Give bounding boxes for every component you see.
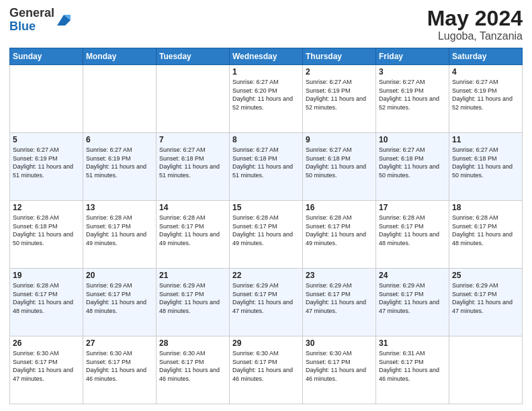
- calendar-cell: 7Sunrise: 6:27 AM Sunset: 6:18 PM Daylig…: [157, 133, 230, 201]
- calendar-cell: 25Sunrise: 6:29 AM Sunset: 6:17 PM Dayli…: [449, 269, 523, 336]
- day-number: 20: [86, 271, 153, 280]
- weekday-header-friday: Friday: [376, 48, 449, 65]
- day-info: Sunrise: 6:27 AM Sunset: 6:18 PM Dayligh…: [306, 146, 373, 179]
- calendar-cell: 20Sunrise: 6:29 AM Sunset: 6:17 PM Dayli…: [83, 269, 157, 336]
- calendar-cell: 10Sunrise: 6:27 AM Sunset: 6:18 PM Dayli…: [376, 133, 449, 201]
- day-info: Sunrise: 6:27 AM Sunset: 6:18 PM Dayligh…: [159, 146, 226, 179]
- calendar-cell: 11Sunrise: 6:27 AM Sunset: 6:18 PM Dayli…: [449, 133, 523, 201]
- day-number: 29: [232, 338, 300, 348]
- day-info: Sunrise: 6:27 AM Sunset: 6:19 PM Dayligh…: [452, 78, 519, 111]
- day-info: Sunrise: 6:29 AM Sunset: 6:17 PM Dayligh…: [232, 281, 300, 315]
- calendar-cell: 6Sunrise: 6:27 AM Sunset: 6:19 PM Daylig…: [83, 133, 157, 201]
- day-info: Sunrise: 6:27 AM Sunset: 6:18 PM Dayligh…: [379, 146, 446, 179]
- day-number: 1: [232, 67, 300, 77]
- day-number: 17: [379, 203, 446, 212]
- calendar-body: 1Sunrise: 6:27 AM Sunset: 6:20 PM Daylig…: [10, 65, 523, 404]
- day-info: Sunrise: 6:28 AM Sunset: 6:17 PM Dayligh…: [306, 214, 373, 247]
- weekday-header-sunday: Sunday: [10, 48, 83, 65]
- day-info: Sunrise: 6:30 AM Sunset: 6:17 PM Dayligh…: [13, 349, 80, 383]
- day-info: Sunrise: 6:29 AM Sunset: 6:17 PM Dayligh…: [159, 281, 226, 315]
- day-number: 21: [159, 271, 226, 280]
- calendar-cell: 15Sunrise: 6:28 AM Sunset: 6:17 PM Dayli…: [230, 201, 303, 269]
- day-number: 6: [86, 135, 153, 144]
- calendar-cell: 28Sunrise: 6:30 AM Sunset: 6:17 PM Dayli…: [157, 336, 230, 404]
- weekday-header-wednesday: Wednesday: [230, 48, 303, 65]
- calendar-cell: 4Sunrise: 6:27 AM Sunset: 6:19 PM Daylig…: [449, 65, 523, 133]
- title-area: May 2024 Lugoba, Tanzania: [427, 7, 523, 42]
- day-info: Sunrise: 6:28 AM Sunset: 6:18 PM Dayligh…: [13, 214, 80, 247]
- day-info: Sunrise: 6:29 AM Sunset: 6:17 PM Dayligh…: [452, 281, 519, 315]
- day-info: Sunrise: 6:29 AM Sunset: 6:17 PM Dayligh…: [86, 281, 153, 315]
- calendar-cell: 19Sunrise: 6:28 AM Sunset: 6:17 PM Dayli…: [10, 269, 83, 336]
- calendar-week-row: 26Sunrise: 6:30 AM Sunset: 6:17 PM Dayli…: [10, 336, 523, 404]
- calendar-week-row: 19Sunrise: 6:28 AM Sunset: 6:17 PM Dayli…: [10, 269, 523, 336]
- calendar-cell: 3Sunrise: 6:27 AM Sunset: 6:19 PM Daylig…: [376, 65, 449, 133]
- day-info: Sunrise: 6:30 AM Sunset: 6:17 PM Dayligh…: [159, 349, 226, 383]
- logo-icon: [56, 13, 72, 27]
- calendar-week-row: 1Sunrise: 6:27 AM Sunset: 6:20 PM Daylig…: [10, 65, 523, 133]
- logo-general: General: [9, 7, 54, 20]
- day-number: 31: [379, 338, 446, 348]
- header: General Blue May 2024 Lugoba, Tanzania: [9, 7, 523, 42]
- calendar-cell: 27Sunrise: 6:30 AM Sunset: 6:17 PM Dayli…: [83, 336, 157, 404]
- logo-area: General Blue: [9, 7, 72, 34]
- calendar-cell: [449, 336, 523, 404]
- day-info: Sunrise: 6:30 AM Sunset: 6:17 PM Dayligh…: [232, 349, 300, 383]
- calendar-cell: 12Sunrise: 6:28 AM Sunset: 6:18 PM Dayli…: [10, 201, 83, 269]
- day-info: Sunrise: 6:28 AM Sunset: 6:17 PM Dayligh…: [232, 214, 300, 247]
- calendar-cell: 30Sunrise: 6:30 AM Sunset: 6:17 PM Dayli…: [303, 336, 376, 404]
- logo-text: General Blue: [9, 7, 54, 34]
- weekday-header-row: SundayMondayTuesdayWednesdayThursdayFrid…: [10, 48, 523, 65]
- day-number: 10: [379, 135, 446, 144]
- calendar-cell: 2Sunrise: 6:27 AM Sunset: 6:19 PM Daylig…: [303, 65, 376, 133]
- calendar-cell: 9Sunrise: 6:27 AM Sunset: 6:18 PM Daylig…: [303, 133, 376, 201]
- day-number: 14: [159, 203, 226, 212]
- day-number: 15: [232, 203, 300, 212]
- day-number: 5: [13, 135, 80, 144]
- day-number: 26: [13, 338, 80, 348]
- day-info: Sunrise: 6:29 AM Sunset: 6:17 PM Dayligh…: [306, 281, 373, 315]
- day-number: 2: [306, 67, 373, 77]
- day-info: Sunrise: 6:27 AM Sunset: 6:19 PM Dayligh…: [86, 146, 153, 179]
- day-info: Sunrise: 6:31 AM Sunset: 6:17 PM Dayligh…: [379, 349, 446, 383]
- day-info: Sunrise: 6:28 AM Sunset: 6:17 PM Dayligh…: [159, 214, 226, 247]
- weekday-header-monday: Monday: [83, 48, 157, 65]
- day-number: 22: [232, 271, 300, 280]
- calendar-cell: 22Sunrise: 6:29 AM Sunset: 6:17 PM Dayli…: [230, 269, 303, 336]
- day-info: Sunrise: 6:30 AM Sunset: 6:17 PM Dayligh…: [306, 349, 373, 383]
- day-info: Sunrise: 6:27 AM Sunset: 6:19 PM Dayligh…: [13, 146, 80, 179]
- calendar-cell: [10, 65, 83, 133]
- calendar-cell: 13Sunrise: 6:28 AM Sunset: 6:17 PM Dayli…: [83, 201, 157, 269]
- day-number: 30: [306, 338, 373, 348]
- calendar-cell: 8Sunrise: 6:27 AM Sunset: 6:18 PM Daylig…: [230, 133, 303, 201]
- day-number: 7: [159, 135, 226, 144]
- calendar-cell: 16Sunrise: 6:28 AM Sunset: 6:17 PM Dayli…: [303, 201, 376, 269]
- calendar-cell: [83, 65, 157, 133]
- day-number: 12: [13, 203, 80, 212]
- day-number: 3: [379, 67, 446, 77]
- calendar-cell: 1Sunrise: 6:27 AM Sunset: 6:20 PM Daylig…: [230, 65, 303, 133]
- weekday-header-saturday: Saturday: [449, 48, 523, 65]
- day-number: 24: [379, 271, 446, 280]
- day-info: Sunrise: 6:28 AM Sunset: 6:17 PM Dayligh…: [452, 214, 519, 247]
- calendar-cell: 24Sunrise: 6:29 AM Sunset: 6:17 PM Dayli…: [376, 269, 449, 336]
- day-number: 9: [306, 135, 373, 144]
- day-info: Sunrise: 6:29 AM Sunset: 6:17 PM Dayligh…: [379, 281, 446, 315]
- calendar-cell: 18Sunrise: 6:28 AM Sunset: 6:17 PM Dayli…: [449, 201, 523, 269]
- title-month: May 2024: [427, 7, 523, 30]
- day-number: 27: [86, 338, 153, 348]
- calendar-cell: 26Sunrise: 6:30 AM Sunset: 6:17 PM Dayli…: [10, 336, 83, 404]
- title-location: Lugoba, Tanzania: [427, 30, 523, 42]
- calendar-cell: 23Sunrise: 6:29 AM Sunset: 6:17 PM Dayli…: [303, 269, 376, 336]
- logo-blue: Blue: [9, 20, 54, 34]
- calendar-week-row: 5Sunrise: 6:27 AM Sunset: 6:19 PM Daylig…: [10, 133, 523, 201]
- day-number: 4: [452, 67, 519, 77]
- day-info: Sunrise: 6:27 AM Sunset: 6:19 PM Dayligh…: [379, 78, 446, 111]
- day-number: 11: [452, 135, 519, 144]
- day-number: 23: [306, 271, 373, 280]
- calendar-cell: [157, 65, 230, 133]
- day-info: Sunrise: 6:28 AM Sunset: 6:17 PM Dayligh…: [86, 214, 153, 247]
- calendar-cell: 5Sunrise: 6:27 AM Sunset: 6:19 PM Daylig…: [10, 133, 83, 201]
- calendar-cell: 14Sunrise: 6:28 AM Sunset: 6:17 PM Dayli…: [157, 201, 230, 269]
- calendar-week-row: 12Sunrise: 6:28 AM Sunset: 6:18 PM Dayli…: [10, 201, 523, 269]
